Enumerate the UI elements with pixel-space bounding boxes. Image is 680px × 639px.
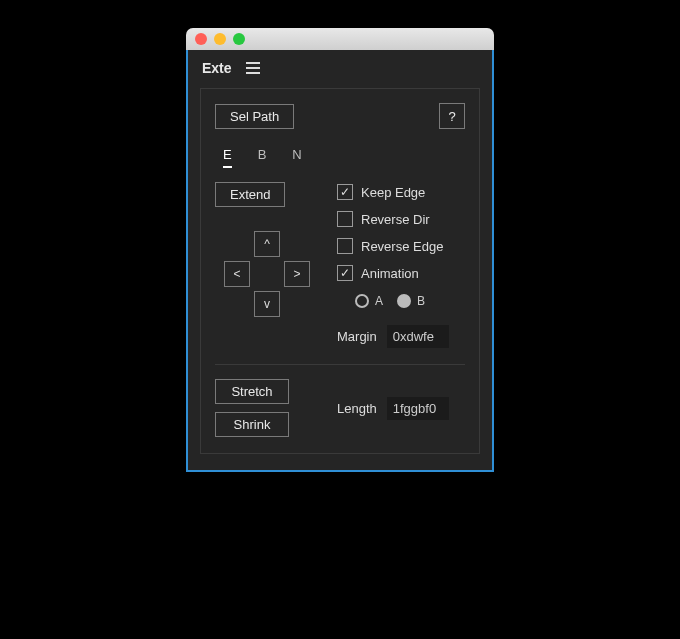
- tab-bar: E B N: [215, 147, 465, 168]
- dpad-up-button[interactable]: ^: [254, 231, 280, 257]
- panel-chrome: Exte Sel Path ? E B N Extend ^ <: [186, 50, 494, 472]
- margin-input[interactable]: [387, 325, 449, 348]
- sel-path-button[interactable]: Sel Path: [215, 104, 294, 129]
- keep-edge-label: Keep Edge: [361, 185, 425, 200]
- animation-checkbox[interactable]: Animation: [337, 265, 465, 281]
- window-titlebar: [186, 28, 494, 50]
- tab-e[interactable]: E: [223, 147, 232, 168]
- tab-b[interactable]: B: [258, 147, 267, 168]
- checkbox-icon: [337, 265, 353, 281]
- length-input[interactable]: [387, 397, 449, 420]
- keep-edge-checkbox[interactable]: Keep Edge: [337, 184, 465, 200]
- checkbox-icon: [337, 238, 353, 254]
- dpad-left-button[interactable]: <: [224, 261, 250, 287]
- window-zoom-button[interactable]: [233, 33, 245, 45]
- dpad-right-button[interactable]: >: [284, 261, 310, 287]
- radio-a-label: A: [375, 294, 383, 308]
- margin-label: Margin: [337, 329, 377, 344]
- reverse-edge-label: Reverse Edge: [361, 239, 443, 254]
- tab-n[interactable]: N: [292, 147, 301, 168]
- reverse-dir-label: Reverse Dir: [361, 212, 430, 227]
- panel-title: Exte: [202, 60, 232, 76]
- panel-menu-icon[interactable]: [246, 62, 260, 74]
- checkbox-icon: [337, 211, 353, 227]
- animation-label: Animation: [361, 266, 419, 281]
- panel-header: Exte: [188, 50, 492, 82]
- window-close-button[interactable]: [195, 33, 207, 45]
- radio-a[interactable]: [355, 294, 369, 308]
- length-label: Length: [337, 401, 377, 416]
- help-button[interactable]: ?: [439, 103, 465, 129]
- direction-pad: ^ < > v: [224, 231, 310, 317]
- reverse-edge-checkbox[interactable]: Reverse Edge: [337, 238, 465, 254]
- extend-button[interactable]: Extend: [215, 182, 285, 207]
- shrink-button[interactable]: Shrink: [215, 412, 289, 437]
- window-minimize-button[interactable]: [214, 33, 226, 45]
- section-divider: [215, 364, 465, 365]
- dpad-down-button[interactable]: v: [254, 291, 280, 317]
- radio-b[interactable]: [397, 294, 411, 308]
- app-window: Exte Sel Path ? E B N Extend ^ <: [186, 28, 494, 472]
- reverse-dir-checkbox[interactable]: Reverse Dir: [337, 211, 465, 227]
- panel-body: Sel Path ? E B N Extend ^ < > v: [200, 88, 480, 454]
- animation-mode-radios: A B: [337, 294, 465, 308]
- checkbox-icon: [337, 184, 353, 200]
- stretch-button[interactable]: Stretch: [215, 379, 289, 404]
- radio-b-label: B: [417, 294, 425, 308]
